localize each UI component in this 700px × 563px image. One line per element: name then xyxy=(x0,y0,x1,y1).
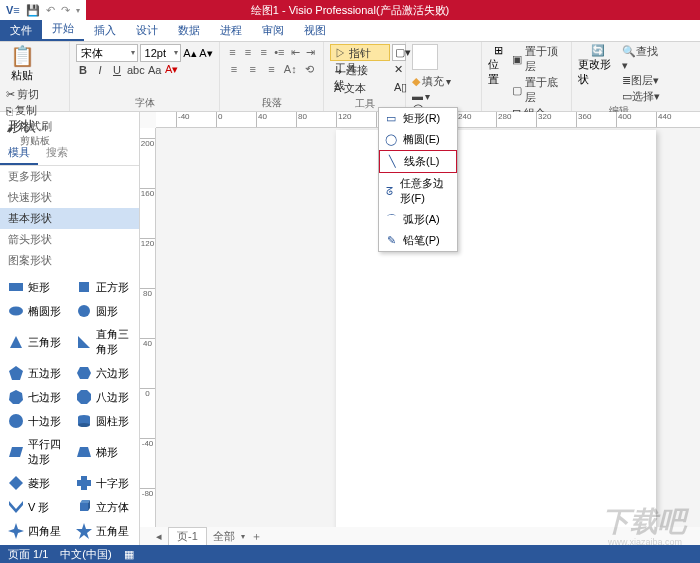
qat-more-icon[interactable]: ▾ xyxy=(76,6,80,15)
find-button[interactable]: 🔍查找▾ xyxy=(622,44,660,72)
shape-vshape[interactable]: V 形 xyxy=(2,495,70,519)
indent-dec-button[interactable]: ⇤ xyxy=(289,44,302,60)
menu-ellipse[interactable]: ◯椭圆(E) xyxy=(379,129,457,150)
shape-hex[interactable]: 六边形 xyxy=(70,361,138,385)
shape-rect[interactable]: 矩形 xyxy=(2,275,70,299)
shape-ellipse[interactable]: 椭圆形 xyxy=(2,299,70,323)
position-button[interactable]: ⊞位置 xyxy=(488,44,508,121)
font-name-select[interactable]: 宋体 xyxy=(76,44,138,62)
menu-line[interactable]: ╲线条(L) xyxy=(379,150,457,173)
align-right-button[interactable]: ≡ xyxy=(264,61,280,77)
trap-icon xyxy=(76,444,92,460)
bring-front-button[interactable]: ▣置于顶层 xyxy=(512,44,565,74)
align-center-button[interactable]: ≡ xyxy=(245,61,261,77)
menu-rectangle[interactable]: ▭矩形(R) xyxy=(379,108,457,129)
cat-quick[interactable]: 快速形状 xyxy=(0,187,139,208)
shape-star4[interactable]: 四角星 xyxy=(2,519,70,543)
align-middle-button[interactable]: ≡ xyxy=(242,44,255,60)
shape-triangle[interactable]: 三角形 xyxy=(2,323,70,361)
shape-rtriangle[interactable]: 直角三角形 xyxy=(70,323,138,361)
send-back-button[interactable]: ▢置于底层 xyxy=(512,75,565,105)
cat-basic[interactable]: 基本形状 xyxy=(0,208,139,229)
indent-inc-button[interactable]: ⇥ xyxy=(304,44,317,60)
tab-view[interactable]: 视图 xyxy=(294,20,336,41)
status-language[interactable]: 中文(中国) xyxy=(60,547,111,562)
shape-trap[interactable]: 梯形 xyxy=(70,433,138,471)
redo-icon[interactable]: ↷ xyxy=(61,4,70,17)
connector-point-button[interactable]: ✕ xyxy=(392,62,406,79)
shape-tool-dropdown[interactable]: ▢▾ xyxy=(392,44,406,61)
shrink-font-button[interactable]: A▾ xyxy=(199,47,213,60)
menu-pencil[interactable]: ✎铅笔(P) xyxy=(379,230,457,251)
connector-tool-button[interactable]: ↳ 连接线 xyxy=(330,62,390,79)
shape-dec[interactable]: 十边形 xyxy=(2,409,70,433)
cut-button[interactable]: ✂剪切 xyxy=(6,87,52,102)
cat-more[interactable]: 更多形状 xyxy=(0,166,139,187)
text-direction-button[interactable]: A↕ xyxy=(282,61,298,77)
shape-circle[interactable]: 圆形 xyxy=(70,299,138,323)
shape-oct[interactable]: 八边形 xyxy=(70,385,138,409)
change-shape-button[interactable]: 🔄更改形状 xyxy=(578,44,618,104)
font-color-button[interactable]: A▾ xyxy=(165,63,179,76)
grow-font-button[interactable]: A▴ xyxy=(183,47,197,60)
brush-icon: 🖌 xyxy=(6,121,17,133)
page-tab-1[interactable]: 页-1 xyxy=(168,527,207,545)
pointer-tool-button[interactable]: ▷ 指针工具 xyxy=(330,44,390,61)
shape-diamond[interactable]: 菱形 xyxy=(2,471,70,495)
align-bottom-button[interactable]: ≡ xyxy=(257,44,270,60)
tab-data[interactable]: 数据 xyxy=(168,20,210,41)
fill-button[interactable]: ◆填充▾ xyxy=(412,74,475,89)
text-tool-button[interactable]: A 文本 xyxy=(330,80,390,97)
tab-file[interactable]: 文件 xyxy=(0,20,42,41)
svg-marker-15 xyxy=(77,447,91,457)
text-case-button[interactable]: Aa xyxy=(148,64,162,76)
copy-button[interactable]: ⎘复制 xyxy=(6,103,52,118)
status-macro-icon[interactable]: ▦ xyxy=(124,548,134,561)
bold-button[interactable]: B xyxy=(76,64,90,76)
quick-style-button[interactable] xyxy=(412,44,438,70)
cat-pattern[interactable]: 图案形状 xyxy=(0,250,139,271)
quick-access-toolbar[interactable]: V≡ 💾 ↶ ↷ ▾ xyxy=(0,0,86,20)
svg-marker-14 xyxy=(9,447,23,457)
format-painter-button[interactable]: 🖌格式刷 xyxy=(6,119,52,134)
shape-star7[interactable]: 七角星 xyxy=(70,543,138,545)
font-size-select[interactable]: 12pt xyxy=(140,44,181,62)
shape-hept[interactable]: 七边形 xyxy=(2,385,70,409)
shape-para[interactable]: 平行四边形 xyxy=(2,433,70,471)
select-button[interactable]: ▭选择▾ xyxy=(622,89,660,104)
save-icon[interactable]: 💾 xyxy=(26,4,40,17)
tab-home[interactable]: 开始 xyxy=(42,18,84,41)
text-block-button[interactable]: A▯ xyxy=(392,80,406,97)
shape-square[interactable]: 正方形 xyxy=(70,275,138,299)
tab-insert[interactable]: 插入 xyxy=(84,20,126,41)
bullets-button[interactable]: •≡ xyxy=(273,44,286,60)
shape-cross[interactable]: 十字形 xyxy=(70,471,138,495)
italic-button[interactable]: I xyxy=(93,64,107,76)
menu-freeform[interactable]: ᘔ任意多边形(F) xyxy=(379,173,457,209)
shape-star5[interactable]: 五角星 xyxy=(70,519,138,543)
tab-design[interactable]: 设计 xyxy=(126,20,168,41)
shape-cube[interactable]: 立方体 xyxy=(70,495,138,519)
paste-button[interactable]: 📋 粘贴 xyxy=(6,44,38,83)
tab-review[interactable]: 审阅 xyxy=(252,20,294,41)
pagetab-add[interactable]: ＋ xyxy=(251,529,262,544)
rotate-button[interactable]: ⟲ xyxy=(301,61,317,77)
menu-arc[interactable]: ⌒弧形(A) xyxy=(379,209,457,230)
layers-button[interactable]: ≣图层▾ xyxy=(622,73,660,88)
front-icon: ▣ xyxy=(512,53,522,66)
shape-star6[interactable]: 六角星 xyxy=(2,543,70,545)
line-button[interactable]: ▬▾ xyxy=(412,90,475,102)
shape-pent[interactable]: 五边形 xyxy=(2,361,70,385)
cat-arrow[interactable]: 箭头形状 xyxy=(0,229,139,250)
paragraph-group-label: 段落 xyxy=(226,96,317,111)
align-left-button[interactable]: ≡ xyxy=(226,61,242,77)
shape-cyl[interactable]: 圆柱形 xyxy=(70,409,138,433)
tab-process[interactable]: 进程 xyxy=(210,20,252,41)
svg-point-13 xyxy=(78,423,90,427)
align-top-button[interactable]: ≡ xyxy=(226,44,239,60)
strike-button[interactable]: abc xyxy=(127,64,145,76)
pagetab-all[interactable]: 全部 xyxy=(213,529,235,544)
underline-button[interactable]: U xyxy=(110,64,124,76)
pagetab-nav-left[interactable]: ◂ xyxy=(156,530,162,543)
undo-icon[interactable]: ↶ xyxy=(46,4,55,17)
